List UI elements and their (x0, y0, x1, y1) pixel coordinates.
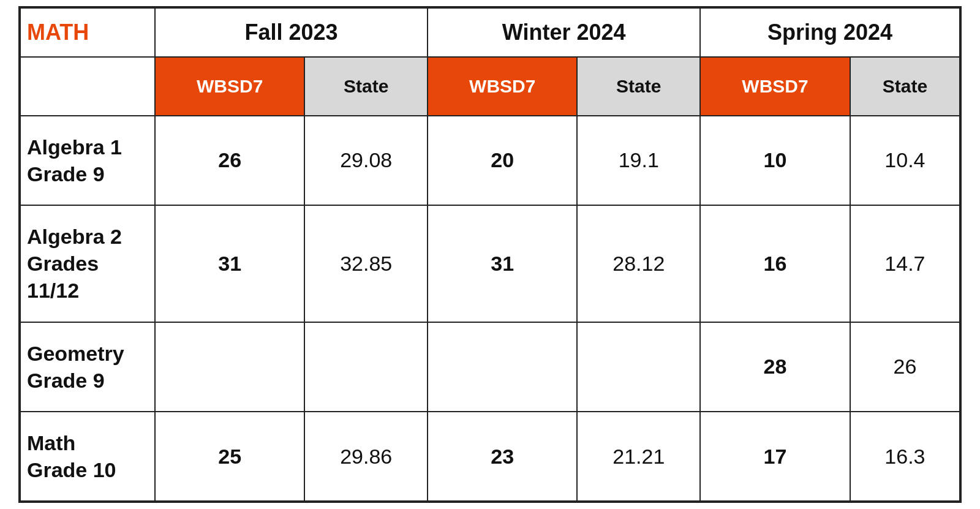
geometry-fall-wbsd7 (155, 322, 304, 412)
algebra2-winter-wbsd7: 31 (428, 205, 577, 322)
algebra1-fall-state: 29.08 (304, 116, 428, 205)
algebra2-winter-state: 28.12 (577, 205, 700, 322)
algebra1-winter-state: 19.1 (577, 116, 700, 205)
spring-state-header: State (850, 57, 960, 116)
season-header-row: MATH Fall 2023 Winter 2024 Spring 2024 (20, 8, 960, 57)
table-row: Math Grade 10 25 29.86 23 21.21 17 16.3 (20, 412, 960, 501)
fall-2023-header: Fall 2023 (155, 8, 428, 57)
geometry-winter-state (577, 322, 700, 412)
spring-wbsd7-header: WBSD7 (700, 57, 850, 116)
mathg10-winter-wbsd7: 23 (428, 412, 577, 501)
table-row: Geometry Grade 9 28 26 (20, 322, 960, 412)
geometry-spring-wbsd7: 28 (700, 322, 850, 412)
row-label-algebra2: Algebra 2 Grades 11/12 (20, 205, 155, 322)
subheader-row: WBSD7 State WBSD7 State WBSD7 State (20, 57, 960, 116)
algebra2-spring-state: 14.7 (850, 205, 960, 322)
winter-state-header: State (577, 57, 700, 116)
fall-state-header: State (304, 57, 428, 116)
algebra1-fall-wbsd7: 26 (155, 116, 304, 205)
algebra1-spring-state: 10.4 (850, 116, 960, 205)
row-label-algebra1: Algebra 1 Grade 9 (20, 116, 155, 205)
fall-wbsd7-header: WBSD7 (155, 57, 304, 116)
algebra2-fall-state: 32.85 (304, 205, 428, 322)
algebra1-spring-wbsd7: 10 (700, 116, 850, 205)
mathg10-spring-wbsd7: 17 (700, 412, 850, 501)
mathg10-fall-state: 29.86 (304, 412, 428, 501)
geometry-winter-wbsd7 (428, 322, 577, 412)
row-label-math-grade10: Math Grade 10 (20, 412, 155, 501)
table-row: Algebra 2 Grades 11/12 31 32.85 31 28.12… (20, 205, 960, 322)
geometry-fall-state (304, 322, 428, 412)
winter-2024-header: Winter 2024 (428, 8, 700, 57)
spring-2024-header: Spring 2024 (700, 8, 960, 57)
math-title: MATH (20, 8, 155, 57)
geometry-spring-state: 26 (850, 322, 960, 412)
algebra2-fall-wbsd7: 31 (155, 205, 304, 322)
mathg10-spring-state: 16.3 (850, 412, 960, 501)
table-row: Algebra 1 Grade 9 26 29.08 20 19.1 10 10… (20, 116, 960, 205)
algebra2-spring-wbsd7: 16 (700, 205, 850, 322)
row-label-geometry: Geometry Grade 9 (20, 322, 155, 412)
math-table: MATH Fall 2023 Winter 2024 Spring 2024 W… (18, 6, 962, 503)
mathg10-winter-state: 21.21 (577, 412, 700, 501)
mathg10-fall-wbsd7: 25 (155, 412, 304, 501)
empty-subheader (20, 57, 155, 116)
algebra1-winter-wbsd7: 20 (428, 116, 577, 205)
winter-wbsd7-header: WBSD7 (428, 57, 577, 116)
